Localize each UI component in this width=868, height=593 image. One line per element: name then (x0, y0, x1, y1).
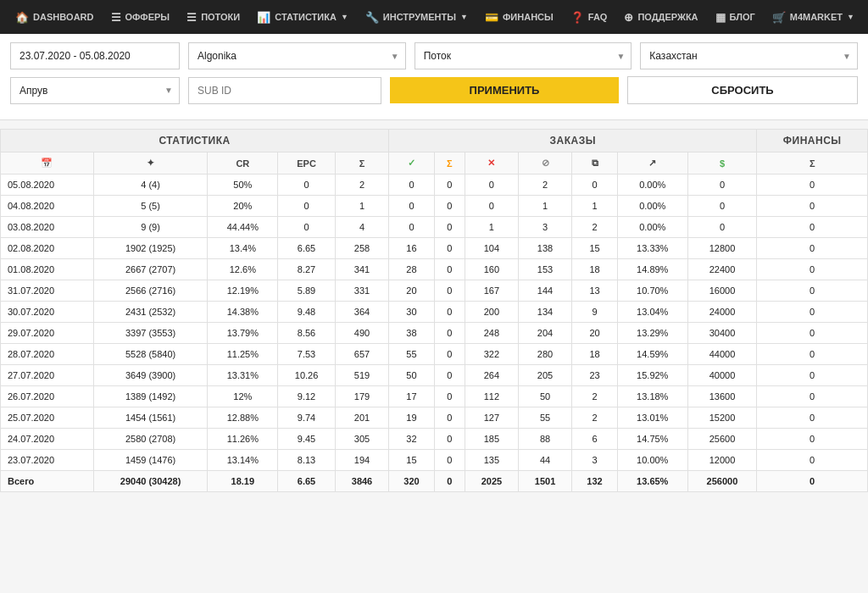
kazakh-select[interactable]: Казахстан (640, 42, 858, 69)
cell-trend: 10.70% (617, 280, 687, 302)
cell-date: 28.07.2020 (1, 344, 94, 365)
cell-sigma: 341 (335, 259, 388, 280)
cell-check: 28 (389, 259, 435, 280)
offers-icon: ☰ (111, 11, 121, 24)
nav-faq[interactable]: ❓ FAQ (562, 0, 616, 34)
cell-check: 17 (389, 386, 435, 407)
nav-m4market[interactable]: 🛒 M4Market ▼ (764, 0, 863, 34)
nav-support[interactable]: ⊕ Поддержка (615, 0, 706, 34)
cell-xr: 264 (465, 365, 518, 386)
nav-offers[interactable]: ☰ Офферы (103, 0, 179, 34)
filter-row-1: Algonika ▼ Поток ▼ Казахстан ▼ (10, 42, 858, 69)
cell-dollar: 0 (687, 196, 757, 217)
column-header-row: 📅 ✦ CR EPC Σ ✓ Σ ✕ ⊘ ⧉ ↗ $ Σ (1, 152, 868, 175)
cell-ban: 138 (518, 238, 571, 259)
cell-z2: 0 (757, 429, 868, 450)
section-header-row: СТАТИСТИКА ЗАКАЗЫ ФИНАНСЫ (1, 130, 868, 152)
cell-ban: 144 (518, 280, 571, 302)
navbar: 🏠 Dashboard ☰ Офферы ☰ Потоки 📊 Статисти… (0, 0, 868, 34)
cell-cr: 44.44% (208, 217, 278, 238)
total-trend: 13.65% (617, 471, 687, 492)
cell-xr: 160 (465, 259, 518, 280)
cell-copy: 18 (572, 259, 618, 280)
nav-dashboard[interactable]: 🏠 Dashboard (7, 0, 103, 34)
cell-sigma: 4 (335, 217, 388, 238)
cell-date: 31.07.2020 (1, 280, 94, 302)
cell-epc: 8.13 (278, 450, 336, 471)
cell-xr: 248 (465, 323, 518, 344)
cell-clicks: 1459 (1476) (93, 450, 208, 471)
cell-cr: 50% (208, 175, 278, 196)
cell-ban: 55 (518, 407, 571, 429)
cell-z2: 0 (757, 323, 868, 344)
col-epc-header: EPC (278, 152, 336, 175)
statistics-table: СТАТИСТИКА ЗАКАЗЫ ФИНАНСЫ 📅 ✦ CR EPC (0, 129, 868, 492)
cell-ban: 50 (518, 386, 571, 407)
date-range-input[interactable] (10, 42, 180, 69)
cell-clicks: 2667 (2707) (93, 259, 208, 280)
statistics-table-wrap: СТАТИСТИКА ЗАКАЗЫ ФИНАНСЫ 📅 ✦ CR EPC (0, 129, 868, 492)
finansy-section-header: ФИНАНСЫ (757, 130, 868, 152)
cell-trend: 13.33% (617, 238, 687, 259)
cell-check: 0 (389, 196, 435, 217)
cell-copy: 1 (572, 196, 618, 217)
reset-button[interactable]: СБРОСИТЬ (627, 76, 858, 104)
cell-epc: 8.27 (278, 259, 336, 280)
sub-id-input[interactable] (188, 77, 381, 104)
cell-date: 01.08.2020 (1, 259, 94, 280)
cell-z2: 0 (757, 280, 868, 302)
cell-xr: 112 (465, 386, 518, 407)
nav-blog[interactable]: ▦ Блог (707, 0, 764, 34)
cell-epc: 7.53 (278, 344, 336, 365)
col-x-red-header: ✕ (465, 152, 518, 175)
cell-sigma: 490 (335, 323, 388, 344)
cell-check: 32 (389, 429, 435, 450)
table-row: 31.07.2020 2566 (2716) 12.19% 5.89 331 2… (1, 280, 868, 302)
col-date-header: 📅 (1, 152, 94, 175)
algonika-select[interactable]: Algonika (188, 42, 406, 69)
cell-date: 25.07.2020 (1, 407, 94, 429)
cell-dollar: 15200 (687, 407, 757, 429)
cell-z2: 0 (757, 386, 868, 407)
total-zo: 0 (434, 471, 465, 492)
cell-check: 16 (389, 238, 435, 259)
cell-trend: 14.89% (617, 259, 687, 280)
cell-trend: 13.01% (617, 407, 687, 429)
cell-epc: 10.26 (278, 365, 336, 386)
cell-copy: 0 (572, 175, 618, 196)
table-row: 25.07.2020 1454 (1561) 12.88% 9.74 201 1… (1, 407, 868, 429)
cell-z2: 0 (757, 344, 868, 365)
cell-clicks: 1902 (1925) (93, 238, 208, 259)
cell-check: 0 (389, 175, 435, 196)
cell-cr: 12% (208, 386, 278, 407)
table-row: 28.07.2020 5528 (5840) 11.25% 7.53 657 5… (1, 344, 868, 365)
cell-ban: 88 (518, 429, 571, 450)
table-row: 29.07.2020 3397 (3553) 13.79% 8.56 490 3… (1, 323, 868, 344)
cell-epc: 9.12 (278, 386, 336, 407)
apply-button[interactable]: ПРИМЕНИТЬ (390, 77, 619, 103)
cell-copy: 23 (572, 365, 618, 386)
cell-ban: 134 (518, 302, 571, 323)
cell-sigma: 179 (335, 386, 388, 407)
cell-copy: 2 (572, 217, 618, 238)
cell-check: 15 (389, 450, 435, 471)
appruv-select[interactable]: Апрув (10, 77, 180, 104)
cell-ban: 2 (518, 175, 571, 196)
nav-flows[interactable]: ☰ Потоки (178, 0, 248, 34)
col-clicks-header: ✦ (93, 152, 208, 175)
total-row: Всего 29040 (30428) 18.19 6.65 3846 320 … (1, 471, 868, 492)
cell-sigma: 305 (335, 429, 388, 450)
nav-statistics[interactable]: 📊 Статистика ▼ (248, 0, 357, 34)
cell-dollar: 0 (687, 217, 757, 238)
total-copy: 132 (572, 471, 618, 492)
nav-tools[interactable]: 🔧 Инструменты ▼ (357, 0, 476, 34)
table-body: 05.08.2020 4 (4) 50% 0 2 0 0 0 2 0 0.00%… (1, 175, 868, 471)
cell-z2: 0 (757, 175, 868, 196)
nav-finance[interactable]: 💳 Финансы (476, 0, 562, 34)
potok-select[interactable]: Поток (415, 42, 632, 69)
cell-z2: 0 (757, 450, 868, 471)
cell-cr: 20% (208, 196, 278, 217)
cell-sigma: 331 (335, 280, 388, 302)
cell-zo: 0 (434, 196, 465, 217)
flows-icon: ☰ (186, 11, 197, 24)
